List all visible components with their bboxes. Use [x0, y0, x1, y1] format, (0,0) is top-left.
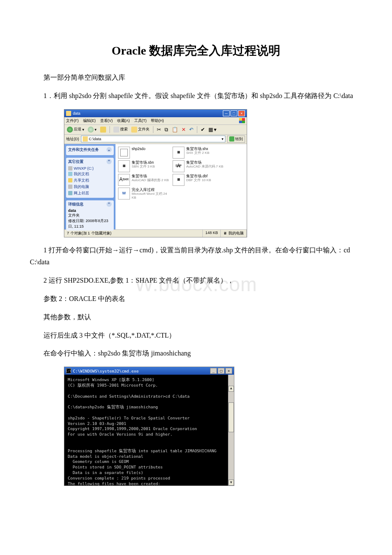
word-icon: W: [118, 188, 130, 199]
cut-button[interactable]: ✂: [156, 126, 162, 133]
file-icon: ▦: [173, 174, 184, 186]
undo-icon: ↶: [189, 127, 193, 133]
search-button[interactable]: 搜索: [112, 126, 129, 133]
computer-icon: 🖥: [223, 231, 227, 235]
folders-button[interactable]: 文件夹: [130, 126, 150, 133]
window-title: data: [73, 111, 81, 116]
computer-icon: [68, 185, 72, 189]
cmd-output[interactable]: Microsoft Windows XP [版本 5.1.2600] (C) 版…: [64, 375, 234, 486]
forward-button[interactable]: ▾: [87, 126, 98, 133]
toolbar: 后退 ▾ ▾ 搜索 文件夹 ✂ ⧉ 📋 ✕ ↶ ✔ ▦▾: [64, 125, 247, 135]
menu-file[interactable]: 文件(F): [66, 118, 79, 124]
sidebar-item-mycomputer[interactable]: 我的电脑: [68, 184, 112, 190]
paragraph-1: 1．利用 shp2sdo 分割 shapefile 文件。假设 shapefil…: [30, 90, 362, 102]
status-location: 🖥 我的电脑: [221, 230, 247, 237]
menu-edit[interactable]: 编辑(E): [83, 118, 96, 124]
sidebar-item-drive[interactable]: WINXP (C:): [68, 166, 112, 171]
details-type: 文件夹: [68, 213, 112, 218]
close-button[interactable]: ×: [225, 368, 232, 374]
menu-view[interactable]: 查看(V): [100, 118, 113, 124]
undo-button[interactable]: ↶: [188, 126, 194, 133]
file-item[interactable]: ▦ 集贸市场.dbfDBF 文件 10 KB: [173, 174, 224, 186]
exe-icon: [118, 147, 130, 159]
folder-icon: [83, 136, 88, 142]
sidebar-item-mydocs[interactable]: 我的文档: [68, 171, 112, 177]
other-places-panel: 其它位置⌃ WINXP (C:) 我的文档 共享文档 我的电脑 网上邻居: [66, 158, 114, 198]
menu-tools[interactable]: 工具(T): [134, 118, 147, 124]
paragraph-3: 2 运行 SHP2SDO.EXE,参数 1：SHAPE 文件名（不带扩展名），: [30, 275, 362, 287]
copy-button[interactable]: ⧉: [164, 126, 169, 133]
menu-fav[interactable]: 收藏(A): [117, 118, 130, 124]
up-button[interactable]: [99, 126, 107, 133]
tasks-panel: 文件和文件夹任务⌄: [66, 146, 114, 155]
page-title: Oracle 数据库完全入库过程说明: [30, 43, 362, 59]
file-item[interactable]: ▦ 集贸市场.shxSHX 文件 2 KB: [173, 147, 224, 159]
search-icon: [113, 127, 119, 133]
delete-icon: ✕: [182, 127, 186, 133]
file-item[interactable]: ASHP 集贸市场AutoCAD 来源代码 7 KB: [173, 160, 224, 172]
address-field[interactable]: C:\data ▾: [81, 136, 226, 142]
paragraph-6: 运行后生成 3 中文件（*.SQL,*.DAT,*.CTL）: [30, 330, 362, 342]
up-icon: [100, 127, 106, 133]
views-icon: ▦: [208, 127, 213, 133]
paste-button[interactable]: 📋: [171, 126, 179, 133]
sidebar-item-shared[interactable]: 共享文档: [68, 177, 112, 184]
explorer-titlebar[interactable]: data ─ □ ×: [64, 110, 247, 117]
file-icon: ▦: [118, 160, 130, 172]
properties-button[interactable]: ✔: [200, 126, 206, 133]
menubar: 文件(F) 编辑(E) 查看(V) 收藏(A) 工具(T) 帮助(H): [64, 117, 247, 125]
close-button[interactable]: ×: [238, 110, 245, 116]
cmd-titlebar[interactable]: C:\ C:\WINDOWS\system32\cmd.exe _ □ ×: [64, 367, 234, 375]
go-button[interactable]: 转到: [227, 136, 245, 143]
back-button[interactable]: 后退 ▾: [66, 126, 85, 133]
menu-help[interactable]: 帮助(H): [151, 118, 164, 124]
minimize-button[interactable]: ─: [223, 110, 230, 116]
collapse-icon[interactable]: ⌃: [107, 159, 112, 164]
address-label: 地址(D): [66, 136, 79, 142]
status-objects: 7 个对象(加 1 个隐藏对象): [64, 230, 203, 237]
details-name: data: [68, 208, 112, 213]
file-item[interactable]: W 完全入库过程Microsoft Word 文档 24 KB: [118, 188, 169, 200]
shp-icon: ASHP: [173, 160, 184, 172]
details-modified: 修改日期: 2008年8月23日, 11:15: [68, 218, 112, 229]
minimize-button[interactable]: _: [210, 368, 217, 374]
collapse-icon[interactable]: ⌄: [107, 147, 112, 152]
address-value: C:\data: [89, 137, 101, 141]
maximize-button[interactable]: □: [218, 368, 225, 374]
address-bar: 地址(D) C:\data ▾ 转到: [64, 135, 247, 144]
shx-icon: ASHX: [118, 174, 130, 186]
paragraph-4: 参数 2：ORACLE 中的表名: [30, 293, 362, 305]
section-heading: 第一部分简单空间数据入库: [30, 72, 362, 84]
explorer-window: data ─ □ × 文件(F) 编辑(E) 查看(V) 收藏(A) 工具(T)…: [64, 109, 247, 237]
forward-icon: [88, 127, 94, 133]
docs-icon: [68, 172, 72, 176]
details-panel: 详细信息⌃ data 文件夹 修改日期: 2008年8月23日, 11:15: [66, 200, 114, 231]
folder-icon: [66, 111, 71, 116]
network-icon: [68, 191, 72, 195]
paragraph-2: 1 打开命令符窗口(开始→运行→cmd)，设置当前目录为存放.shp 文件的目录…: [30, 244, 362, 269]
cmd-title: C:\WINDOWS\system32\cmd.exe: [73, 369, 138, 373]
file-item[interactable]: shp2sdo: [118, 147, 169, 159]
scroll-thumb[interactable]: [228, 402, 234, 432]
cmd-window: C:\ C:\WINDOWS\system32\cmd.exe _ □ × Mi…: [64, 367, 234, 486]
folders-icon: [131, 127, 137, 133]
check-icon: ✔: [201, 127, 205, 133]
scrollbar[interactable]: ▲ ▼: [228, 375, 234, 486]
file-item[interactable]: ▦ 集贸市场.sbnSBN 文件 3 KB: [118, 160, 169, 172]
file-item[interactable]: ASHX 集贸市场AutoCAD 编译的形 2 KB: [118, 174, 169, 186]
views-button[interactable]: ▦▾: [208, 126, 217, 133]
scroll-down-icon[interactable]: ▼: [228, 480, 234, 486]
tasks-header: 文件和文件夹任务: [68, 147, 99, 153]
collapse-icon[interactable]: ⌃: [107, 202, 112, 207]
paragraph-7: 在命令行中输入：shp2sdo 集贸市场 jimaoshichang: [30, 347, 362, 360]
winflag-icon: [239, 118, 245, 123]
dropdown-icon[interactable]: ▾: [222, 137, 224, 141]
delete-button[interactable]: ✕: [181, 126, 187, 133]
maximize-button[interactable]: □: [231, 110, 237, 116]
status-bar: 7 个对象(加 1 个隐藏对象) 148 KB 🖥 我的电脑: [64, 229, 247, 237]
sidebar-item-network[interactable]: 网上邻居: [68, 190, 112, 197]
other-places-header: 其它位置: [68, 159, 84, 165]
details-header: 详细信息: [68, 202, 84, 207]
scroll-up-icon[interactable]: ▲: [228, 386, 234, 392]
file-list: shp2sdo ▦ 集贸市场.shxSHX 文件 2 KB ▦ 集贸市场.sbn…: [115, 144, 247, 229]
